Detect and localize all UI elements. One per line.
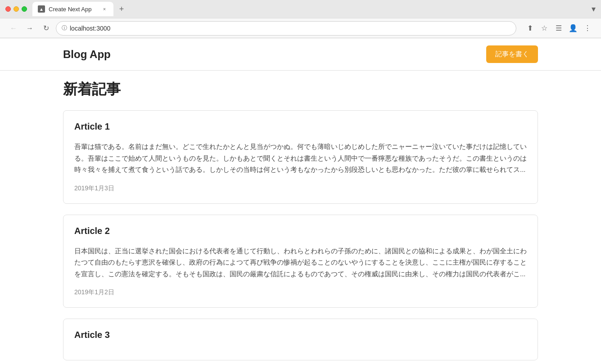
article-title: Article 3 (74, 330, 527, 340)
close-window-button[interactable] (5, 6, 11, 12)
traffic-lights (5, 6, 27, 12)
section-title: 新着記事 (63, 80, 538, 99)
article-card: Article 3 (63, 319, 538, 360)
write-article-button[interactable]: 記事を書く (486, 45, 538, 63)
url-bar[interactable]: ⓘ localhost:3000 (56, 21, 516, 36)
article-card: Article 2 日本国民は、正当に選挙された国会における代表者を通じて行動し… (63, 215, 538, 308)
article-title: Article 2 (74, 226, 527, 236)
article-date: 2019年1月3日 (74, 184, 527, 193)
page-header: Blog App 記事を書く (0, 38, 601, 71)
reader-view-icon[interactable]: ☰ (552, 22, 565, 35)
article-body: 吾輩は猫である。名前はまだ無い。どこで生れたかとんと見当がつかぬ。何でも薄暗いじ… (74, 141, 527, 175)
secure-icon: ⓘ (62, 24, 67, 32)
tab-close-button[interactable]: × (101, 5, 108, 13)
minimize-window-button[interactable] (14, 6, 19, 12)
browser-titlebar: ▲ Create Next App × + ▾ (0, 0, 601, 18)
browser-chrome: ▲ Create Next App × + ▾ ← → ↻ ⓘ localhos… (0, 0, 601, 38)
tab-title: Create Next App (49, 6, 97, 13)
brand-title: Blog App (63, 48, 111, 61)
article-title: Article 1 (74, 121, 527, 132)
maximize-window-button[interactable] (22, 6, 27, 12)
active-tab[interactable]: ▲ Create Next App × (32, 2, 113, 16)
tab-favicon: ▲ (38, 5, 45, 13)
back-button[interactable]: ← (7, 22, 20, 35)
tab-bar: ▲ Create Next App × + (32, 2, 592, 16)
menu-icon[interactable]: ⋮ (581, 22, 594, 35)
new-tab-button[interactable]: + (115, 3, 128, 15)
forward-button[interactable]: → (23, 22, 36, 35)
browser-dropdown-button[interactable]: ▾ (592, 4, 596, 14)
page-content: 新着記事 Article 1 吾輩は猫である。名前はまだ無い。どこで生れたかとん… (0, 71, 601, 364)
share-icon[interactable]: ⬆ (524, 22, 536, 35)
article-card: Article 1 吾輩は猫である。名前はまだ無い。どこで生れたかとんと見当がつ… (63, 110, 538, 204)
article-date: 2019年1月2日 (74, 288, 527, 297)
address-bar: ← → ↻ ⓘ localhost:3000 ⬆ ☆ ☰ 👤 ⋮ (0, 18, 601, 38)
url-text: localhost:3000 (70, 25, 110, 32)
bookmark-icon[interactable]: ☆ (538, 22, 551, 35)
reload-button[interactable]: ↻ (40, 22, 52, 35)
article-body: 日本国民は、正当に選挙された国会における代表者を通じて行動し、われらとわれらの子… (74, 245, 527, 280)
toolbar-icons: ⬆ ☆ ☰ 👤 ⋮ (524, 22, 594, 35)
profile-icon[interactable]: 👤 (567, 22, 579, 35)
